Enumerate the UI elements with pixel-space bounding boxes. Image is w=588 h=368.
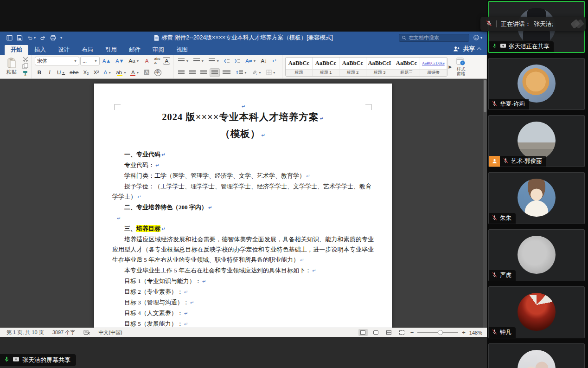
justify-button[interactable]	[210, 68, 220, 77]
scrollbar-thumb[interactable]	[484, 80, 486, 112]
tab-布局[interactable]: 布局	[76, 45, 99, 55]
redo-icon[interactable]	[40, 35, 46, 40]
italic-button[interactable]: I	[45, 68, 54, 77]
toolbar-more-icon[interactable]: ▾	[60, 36, 62, 40]
doc-paragraph: 培养适应区域经济发展和社会需要，德智体美劳全面发展，具备相关知识、能力和素质的专…	[112, 234, 374, 265]
vertical-scrollbar[interactable]	[483, 79, 487, 328]
print-layout-view-button[interactable]	[358, 329, 368, 336]
participant-tile[interactable]: 朱朱	[488, 172, 585, 224]
tab-引用[interactable]: 引用	[99, 45, 123, 55]
phonetic-guide-button[interactable]: abcA	[152, 57, 162, 65]
tab-开始[interactable]: 开始	[5, 45, 28, 55]
print-icon[interactable]	[50, 35, 56, 41]
word-count[interactable]: 3897 个字	[52, 329, 76, 336]
web-layout-view-button[interactable]	[371, 329, 381, 336]
style-chip[interactable]: AaBbCc标题 2	[339, 58, 366, 76]
copy-icon[interactable]	[22, 63, 29, 70]
change-case-button[interactable]: Aa▼	[127, 57, 141, 65]
style-chip[interactable]: AaBbCcI标题 3	[366, 58, 393, 76]
subscript-button[interactable]: X₂	[81, 68, 90, 77]
numbering-button[interactable]: ▼	[192, 57, 206, 65]
font-color-button[interactable]: A▼	[129, 68, 141, 77]
participant-name: 华夏-许莉	[500, 100, 525, 108]
strikethrough-button[interactable]: abe	[68, 68, 80, 77]
tab-审阅[interactable]: 审阅	[147, 45, 170, 55]
styles-group: AaBbCc标题AaBbCc标题 1AaBbCc标题 2AaBbCcI标题 3A…	[282, 55, 487, 78]
superscript-button[interactable]: X²	[92, 68, 101, 77]
underline-button[interactable]: U▼	[55, 68, 67, 77]
zoom-level[interactable]: 148%	[469, 330, 482, 336]
zoom-out-button[interactable]: −	[410, 329, 414, 336]
undo-caret-icon[interactable]: ▾	[34, 36, 36, 40]
document-search[interactable]	[399, 34, 469, 42]
search-input[interactable]	[409, 35, 460, 40]
ribbon-tab-row: 开始插入设计布局引用邮件审阅视图 共享	[0, 44, 487, 55]
format-painter-icon[interactable]	[22, 71, 29, 77]
page-indicator[interactable]: 第 1 页, 共 10 页	[6, 329, 44, 336]
bullets-button[interactable]: ▼	[176, 57, 191, 65]
share-button[interactable]: 共享	[463, 45, 475, 53]
grow-font-button[interactable]: A▲	[101, 57, 113, 65]
tab-视图[interactable]: 视图	[170, 45, 194, 55]
zoom-slider-thumb[interactable]	[438, 330, 443, 335]
line-spacing-button[interactable]: ⇕▼	[233, 68, 249, 77]
save-icon[interactable]	[17, 35, 23, 41]
style-chip[interactable]: AaBbCcDdEe超链接	[420, 58, 447, 76]
avatar	[518, 350, 556, 368]
participant-tile[interactable]: 严虎	[488, 229, 585, 281]
draft-view-button[interactable]	[397, 329, 407, 336]
align-left-button[interactable]	[176, 68, 186, 77]
participant-tile[interactable]	[488, 343, 585, 368]
language-indicator[interactable]: 中文(中国)	[98, 329, 122, 336]
show-marks-button[interactable]: ↵	[270, 57, 279, 65]
shading-button[interactable]: ▼	[250, 68, 263, 77]
paragraph-group: ▼ ▼ ▼ A⇄▼ A↓ ↵	[173, 55, 282, 78]
style-chip[interactable]: AaBbCc标题三	[393, 58, 420, 76]
zoom-slider[interactable]	[417, 332, 458, 333]
collapse-ribbon-icon[interactable]	[477, 47, 481, 52]
align-right-button[interactable]	[198, 68, 209, 77]
document-area[interactable]: ↵ 2024 版××××专业本科人才培养方案↵ （模板）↵ 一、专业代码↵专业代…	[0, 79, 487, 328]
character-shading-button[interactable]: A	[142, 68, 152, 77]
outline-view-button[interactable]	[384, 329, 394, 336]
asian-layout-button[interactable]: A⇄▼	[243, 57, 258, 65]
participant-tile[interactable]: 华夏-许莉	[488, 58, 585, 110]
distribute-button[interactable]	[221, 68, 232, 77]
decrease-indent-button[interactable]	[222, 57, 232, 65]
participant-tile[interactable]: 钟凡	[488, 286, 585, 338]
undo-button[interactable]: ▾	[27, 35, 36, 40]
meeting-app-logo	[571, 18, 585, 30]
text-effects-button[interactable]: A▼	[102, 68, 114, 77]
align-center-button[interactable]	[187, 68, 198, 77]
clear-formatting-button[interactable]: A	[142, 57, 151, 65]
multilevel-list-button[interactable]: ▼	[207, 57, 221, 65]
sort-button[interactable]: A↓	[259, 57, 269, 65]
participant-tile[interactable]: 艺术-郭俊丽	[488, 115, 585, 167]
styles-more-icon[interactable]: ▶	[447, 65, 453, 69]
style-chip[interactable]: AaBbCc标题 1	[313, 58, 339, 76]
font-size-select[interactable]: ...▼	[80, 57, 100, 65]
style-chip[interactable]: AaBbCc标题	[286, 58, 313, 76]
enclose-characters-button[interactable]: 字	[153, 68, 163, 77]
borders-button[interactable]: ▼	[264, 68, 278, 77]
tab-插入[interactable]: 插入	[28, 45, 52, 55]
style-pane-button[interactable]: 样式窗格	[453, 58, 469, 76]
share-person-icon	[453, 46, 460, 52]
cut-icon[interactable]	[22, 57, 29, 63]
tab-设计[interactable]: 设计	[52, 45, 76, 55]
character-border-button[interactable]: A	[163, 57, 170, 65]
shrink-font-button[interactable]: A▼	[114, 57, 126, 65]
paste-button[interactable]: 粘贴	[3, 57, 20, 77]
document-page[interactable]: ↵ 2024 版××××专业本科人才培养方案↵ （模板）↵ 一、专业代码↵专业代…	[94, 84, 392, 328]
tab-邮件[interactable]: 邮件	[123, 45, 147, 55]
increase-indent-button[interactable]	[233, 57, 243, 65]
bold-button[interactable]: B	[35, 68, 44, 77]
doc-paragraph: 目标 2（专业素养）：↵	[112, 287, 374, 297]
zoom-in-button[interactable]: +	[462, 329, 466, 336]
paragraph-mark-icon: ↵	[117, 216, 121, 221]
view-switcher-icon[interactable]	[6, 35, 13, 41]
feedback-smiley-icon[interactable]: ▾	[473, 34, 482, 41]
font-name-select[interactable]: 宋体▼	[35, 57, 79, 65]
text-highlight-button[interactable]: ab▼	[114, 68, 128, 77]
proofing-status-icon[interactable]	[83, 329, 90, 336]
